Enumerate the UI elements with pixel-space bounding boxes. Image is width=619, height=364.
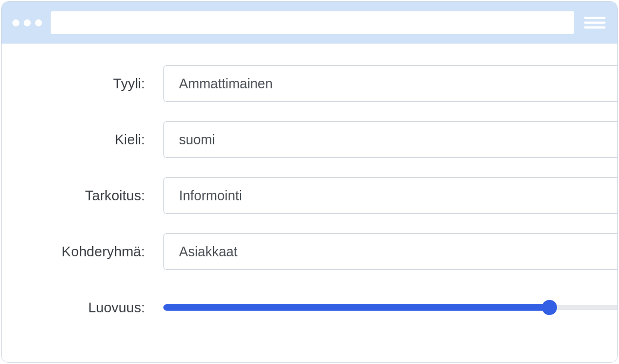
purpose-input[interactable]: Informointi bbox=[163, 177, 617, 214]
audience-row: Kohderyhmä: Asiakkaat bbox=[2, 233, 617, 270]
style-input[interactable]: Ammattimainen bbox=[163, 65, 617, 102]
form-content: Tyyli: Ammattimainen Kieli: suomi Tarkoi… bbox=[2, 44, 617, 326]
creativity-slider[interactable] bbox=[163, 289, 617, 326]
window-dot[interactable] bbox=[24, 19, 31, 26]
audience-label: Kohderyhmä: bbox=[2, 243, 163, 260]
style-label: Tyyli: bbox=[2, 75, 163, 92]
window-dot[interactable] bbox=[12, 19, 19, 26]
purpose-row: Tarkoitus: Informointi bbox=[2, 177, 617, 214]
window-controls bbox=[12, 19, 42, 26]
slider-fill bbox=[163, 304, 549, 311]
app-window: Tyyli: Ammattimainen Kieli: suomi Tarkoi… bbox=[1, 1, 618, 363]
titlebar bbox=[2, 2, 617, 44]
style-row: Tyyli: Ammattimainen bbox=[2, 65, 617, 102]
creativity-row: Luovuus: bbox=[2, 289, 617, 326]
language-row: Kieli: suomi bbox=[2, 121, 617, 158]
purpose-label: Tarkoitus: bbox=[2, 187, 163, 204]
creativity-label: Luovuus: bbox=[2, 299, 163, 316]
menu-icon[interactable] bbox=[583, 15, 607, 31]
audience-input[interactable]: Asiakkaat bbox=[163, 233, 617, 270]
language-input[interactable]: suomi bbox=[163, 121, 617, 158]
address-bar[interactable] bbox=[51, 11, 574, 34]
language-label: Kieli: bbox=[2, 131, 163, 148]
slider-thumb[interactable] bbox=[542, 300, 557, 315]
window-dot[interactable] bbox=[35, 19, 42, 26]
